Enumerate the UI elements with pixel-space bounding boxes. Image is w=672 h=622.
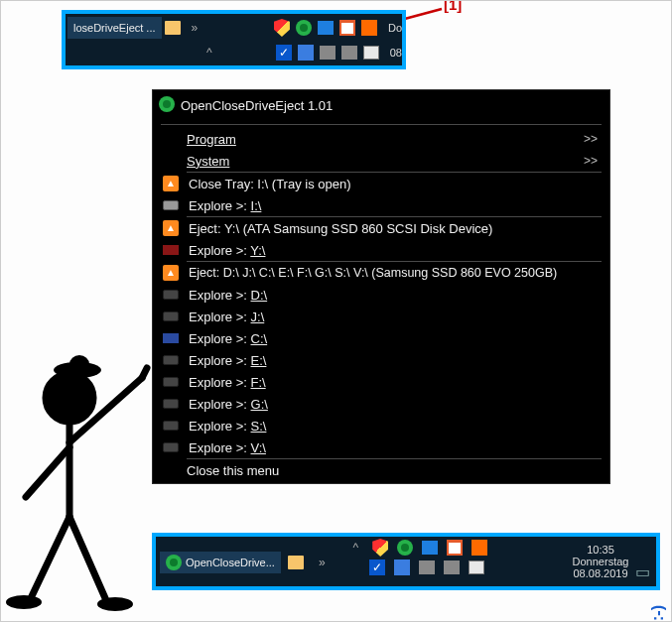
drive-icon <box>161 290 181 300</box>
notification-icon[interactable]: ▭ <box>635 562 650 581</box>
menu-item-explore-f[interactable]: Explore >: F:\ <box>153 371 609 393</box>
taskbar-task-button[interactable]: loseDriveEject ... <box>67 17 162 39</box>
svg-point-2 <box>54 362 101 378</box>
menu-item-eject-y[interactable]: Eject: Y:\ (ATA Samsung SSD 860 SCSI Dis… <box>153 217 609 239</box>
overflow-icon[interactable]: » <box>192 21 199 35</box>
app-green-icon <box>159 96 175 115</box>
submenu-arrow-icon: >> <box>584 154 598 168</box>
menu-label: System <box>187 154 229 169</box>
blue-icon[interactable] <box>297 44 315 62</box>
menu-label: Eject: D:\ J:\ C:\ E:\ F:\ G:\ S:\ V:\ (… <box>189 266 598 280</box>
shield-icon[interactable] <box>371 539 389 557</box>
app-green-icon <box>166 555 182 570</box>
orange-icon[interactable] <box>360 19 378 37</box>
calendar-icon[interactable] <box>446 539 464 557</box>
menu-item-explore-j[interactable]: Explore >: J:\ <box>153 306 609 327</box>
chevron-up-icon[interactable]: ^ <box>353 541 359 555</box>
chevron-up-icon[interactable]: ^ <box>206 46 212 60</box>
orange-icon[interactable] <box>470 539 488 557</box>
date-fragment: 08 <box>390 47 402 59</box>
clock-weekday: Donnerstag <box>573 556 629 567</box>
submenu-arrow-icon: >> <box>584 132 598 146</box>
window-icon[interactable] <box>421 539 439 557</box>
menu-item-close-menu[interactable]: Close this menu <box>153 459 609 481</box>
menu-label: Program <box>187 132 236 147</box>
menu-label: Eject: Y:\ (ATA Samsung SSD 860 SCSI Dis… <box>189 221 598 236</box>
app-green-icon[interactable] <box>396 539 414 557</box>
svg-point-3 <box>69 355 89 373</box>
calendar-icon[interactable] <box>338 19 356 37</box>
drive-icon <box>161 311 181 321</box>
menu-item-explore-c[interactable]: Explore >: C:\ <box>153 327 609 349</box>
top-taskbar: loseDriveEject ... » Do ^ 08 <box>62 10 406 69</box>
drive-icon <box>161 333 181 343</box>
decorative-figure <box>0 348 157 616</box>
gray-icon[interactable] <box>340 44 358 62</box>
bottom-taskbar: OpenCloseDrive... » ^ 10:35 Donnerstag 0… <box>152 533 660 590</box>
menu-label: Close this menu <box>187 463 598 478</box>
drive-icon <box>161 377 181 387</box>
camera-icon[interactable] <box>362 44 380 62</box>
blue-icon[interactable] <box>393 559 411 576</box>
drive-icon <box>161 355 181 365</box>
annotation-label: [1] <box>444 0 462 13</box>
menu-item-eject-multi[interactable]: Eject: D:\ J:\ C:\ E:\ F:\ G:\ S:\ V:\ (… <box>153 262 609 284</box>
svg-point-10 <box>6 595 42 609</box>
app-green-icon[interactable] <box>295 19 313 37</box>
check-icon[interactable] <box>275 44 293 62</box>
watermark: www.SoftwareOK.com :-) <box>649 605 667 622</box>
folder-icon[interactable] <box>164 19 182 37</box>
taskbar-task-button[interactable]: OpenCloseDrive... <box>160 552 281 573</box>
menu-item-close-tray[interactable]: Close Tray: I:\ (Tray is open) <box>153 173 609 194</box>
drive-icon <box>161 245 181 255</box>
time-fragment: Do <box>388 22 402 34</box>
svg-line-7 <box>26 447 69 497</box>
menu-title: OpenCloseDriveEject 1.01 <box>181 98 333 113</box>
overflow-icon[interactable]: » <box>319 556 326 569</box>
svg-line-5 <box>69 378 142 442</box>
shield-icon[interactable] <box>273 19 291 37</box>
check-icon[interactable] <box>368 559 386 576</box>
eject-icon <box>161 176 181 191</box>
window-icon[interactable] <box>317 19 335 37</box>
menu-item-explore-s[interactable]: Explore >: S:\ <box>153 415 609 436</box>
menu-item-explore-d[interactable]: Explore >: D:\ <box>153 284 609 306</box>
menu-item-explore-e[interactable]: Explore >: E:\ <box>153 349 609 371</box>
camera-icon[interactable] <box>468 559 485 576</box>
disk-icon[interactable] <box>319 44 336 62</box>
menu-label: Close Tray: I:\ (Tray is open) <box>189 177 598 191</box>
menu-item-system[interactable]: System >> <box>153 150 609 172</box>
clock-time: 10:35 <box>587 544 614 556</box>
task-label: OpenCloseDrive... <box>186 557 275 568</box>
context-menu: OpenCloseDriveEject 1.01 Program >> Syst… <box>152 89 610 484</box>
menu-title-row: OpenCloseDriveEject 1.01 <box>153 90 609 121</box>
drive-icon <box>161 399 181 409</box>
svg-point-1 <box>46 374 93 422</box>
menu-item-program[interactable]: Program >> <box>153 128 609 150</box>
disc-icon <box>161 200 181 210</box>
disk-icon[interactable] <box>418 559 436 576</box>
svg-line-8 <box>32 517 69 596</box>
svg-line-6 <box>142 368 147 378</box>
separator <box>161 124 602 125</box>
svg-point-11 <box>97 597 133 611</box>
eject-icon <box>161 220 181 236</box>
menu-item-explore-v[interactable]: Explore >: V:\ <box>153 436 609 458</box>
svg-line-9 <box>69 517 105 598</box>
drive-icon <box>161 442 181 452</box>
menu-item-explore-g[interactable]: Explore >: G:\ <box>153 393 609 415</box>
drive-icon <box>161 421 181 431</box>
clock-date: 08.08.2019 <box>573 567 627 579</box>
eject-icon <box>161 265 181 281</box>
gray-icon[interactable] <box>443 559 461 576</box>
menu-item-explore-i[interactable]: Explore >: I:\ <box>153 194 609 216</box>
menu-item-explore-y[interactable]: Explore >: Y:\ <box>153 239 609 261</box>
folder-icon[interactable] <box>287 554 305 571</box>
